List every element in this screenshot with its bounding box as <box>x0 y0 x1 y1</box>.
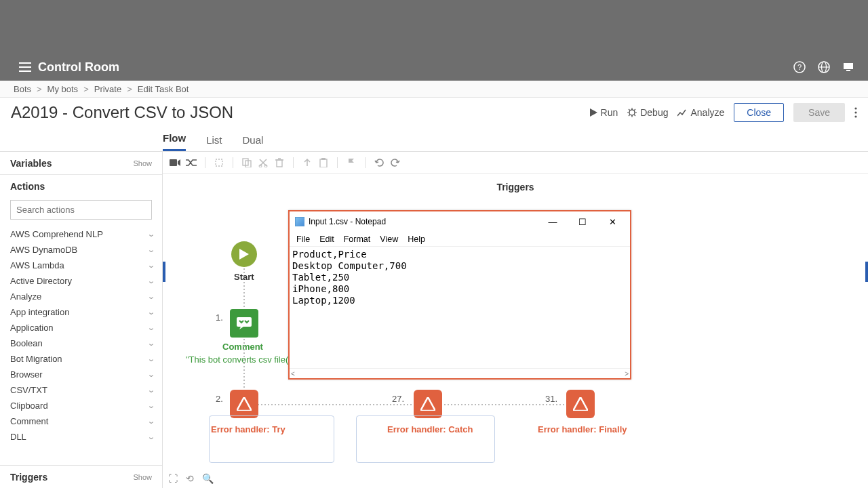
tab-list[interactable]: List <box>206 134 222 151</box>
left-panel-handle[interactable] <box>163 262 165 282</box>
maximize-icon[interactable]: ☐ <box>568 212 597 231</box>
more-icon[interactable] <box>854 107 857 118</box>
notepad-menubar: File Edit Format View Help <box>290 232 630 246</box>
action-item[interactable]: Boolean⌄ <box>10 336 158 351</box>
chevron-down-icon: ⌄ <box>147 261 155 270</box>
chevron-down-icon: ⌄ <box>147 401 155 410</box>
action-item[interactable]: App integration⌄ <box>10 304 158 320</box>
sidebar: Variables Show Actions AWS Comprehend NL… <box>0 152 163 488</box>
action-list[interactable]: AWS Comprehend NLP⌄ AWS DynamoDB⌄ AWS La… <box>0 226 162 465</box>
error-try-container[interactable] <box>209 415 334 463</box>
action-item[interactable]: Clipboard⌄ <box>10 398 158 413</box>
action-item[interactable]: Bot Migration⌄ <box>10 351 158 367</box>
notepad-menu-item[interactable]: Edit <box>319 235 334 244</box>
notepad-menu-item[interactable]: Help <box>408 235 425 244</box>
notepad-hscroll[interactable]: <> <box>290 368 630 378</box>
debug-button[interactable]: Debug <box>627 107 668 118</box>
paste-icon[interactable] <box>318 157 329 168</box>
chevron-down-icon: ⌄ <box>147 432 155 441</box>
analyze-button[interactable]: Analyze <box>677 107 724 118</box>
action-item[interactable]: Active Directory⌄ <box>10 273 158 289</box>
navbar: Control Room ? <box>0 54 868 81</box>
triggers-show[interactable]: Show <box>133 473 152 481</box>
monitor-icon[interactable] <box>842 61 854 73</box>
error-try-node[interactable] <box>230 390 258 418</box>
notepad-menu-item[interactable]: Format <box>344 235 371 244</box>
chevron-down-icon: ⌄ <box>147 354 155 363</box>
right-panel-handle[interactable] <box>865 262 868 282</box>
svg-point-7 <box>854 107 856 109</box>
step-number: 2. <box>216 394 223 404</box>
svg-rect-4 <box>844 63 853 69</box>
canvas-toolbar <box>163 152 868 174</box>
breadcrumb-item[interactable]: My bots <box>47 84 79 94</box>
start-node[interactable] <box>231 241 257 267</box>
svg-rect-10 <box>170 159 177 166</box>
copy-icon[interactable] <box>241 157 252 168</box>
comment-node[interactable] <box>230 309 258 338</box>
svg-rect-18 <box>321 158 326 160</box>
delete-icon[interactable] <box>274 157 285 168</box>
breadcrumb-current: Edit Task Bot <box>138 84 189 94</box>
notepad-menu-item[interactable]: File <box>296 235 310 244</box>
chevron-down-icon: ⌄ <box>147 370 155 379</box>
breadcrumb-item[interactable]: Bots <box>14 84 31 94</box>
tab-dual[interactable]: Dual <box>243 134 264 151</box>
redo-icon[interactable] <box>390 157 401 168</box>
chevron-down-icon: ⌄ <box>147 386 155 394</box>
variables-header: Variables Show <box>0 152 162 174</box>
error-finally-label: Error handler: Finally <box>538 424 627 434</box>
step-number: 27. <box>392 394 404 404</box>
action-item[interactable]: AWS Comprehend NLP⌄ <box>10 226 158 242</box>
notepad-titlebar[interactable]: Input 1.csv - Notepad — ☐ ✕ <box>290 211 630 232</box>
tab-flow[interactable]: Flow <box>163 132 186 151</box>
svg-rect-16 <box>277 160 282 167</box>
page-title: A2019 - Convert CSV to JSON <box>11 103 233 122</box>
close-button[interactable]: Close <box>734 103 784 122</box>
error-catch-container[interactable] <box>356 415 495 463</box>
action-item[interactable]: Browser⌄ <box>10 367 158 382</box>
error-finally-node[interactable] <box>566 390 595 418</box>
action-item[interactable]: Application⌄ <box>10 320 158 336</box>
save-button[interactable]: Save <box>793 103 845 122</box>
svg-rect-5 <box>846 70 850 71</box>
zoom-in-icon[interactable]: 🔍 <box>202 473 214 484</box>
zoom-reset-icon[interactable]: ⟲ <box>186 473 194 484</box>
action-item[interactable]: CSV/TXT⌄ <box>10 382 158 398</box>
breakpoint-icon[interactable] <box>346 157 357 168</box>
breadcrumb-item[interactable]: Private <box>94 84 121 94</box>
record-icon[interactable] <box>170 157 180 168</box>
notepad-content[interactable]: Product,Price Desktop Computer,700 Table… <box>290 246 630 368</box>
notepad-menu-item[interactable]: View <box>380 235 398 244</box>
svg-point-9 <box>854 115 856 117</box>
triggers-section-label: Triggers <box>163 182 868 192</box>
minimize-icon[interactable]: — <box>538 212 568 231</box>
action-item[interactable]: AWS DynamoDB⌄ <box>10 242 158 258</box>
cut-icon[interactable] <box>258 157 269 168</box>
svg-text:?: ? <box>797 63 802 71</box>
globe-icon[interactable] <box>818 61 830 73</box>
nav-title: Control Room <box>38 60 119 75</box>
shuffle-icon[interactable] <box>186 157 197 168</box>
action-item[interactable]: DLL⌄ <box>10 429 158 445</box>
search-input[interactable] <box>10 200 152 220</box>
chevron-down-icon: ⌄ <box>147 339 155 348</box>
action-item[interactable]: AWS Lambda⌄ <box>10 258 158 273</box>
help-icon[interactable]: ? <box>793 61 806 73</box>
close-icon[interactable]: ✕ <box>597 212 627 231</box>
chevron-down-icon: ⌄ <box>147 230 155 239</box>
action-item[interactable]: Analyze⌄ <box>10 289 158 304</box>
notepad-window[interactable]: Input 1.csv - Notepad — ☐ ✕ File Edit Fo… <box>288 210 631 380</box>
fit-icon[interactable]: ⛶ <box>168 473 178 484</box>
actions-header: Actions <box>0 174 162 197</box>
upload-icon[interactable] <box>302 157 313 168</box>
run-button[interactable]: Run <box>590 107 618 118</box>
error-catch-node[interactable] <box>414 390 442 418</box>
snap-icon[interactable] <box>214 157 224 168</box>
undo-icon[interactable] <box>374 157 384 168</box>
variables-show[interactable]: Show <box>133 159 152 167</box>
error-try-label: Error handler: Try <box>211 424 285 434</box>
hamburger-icon[interactable] <box>19 62 31 72</box>
start-label: Start <box>234 272 254 282</box>
action-item[interactable]: Comment⌄ <box>10 413 158 429</box>
